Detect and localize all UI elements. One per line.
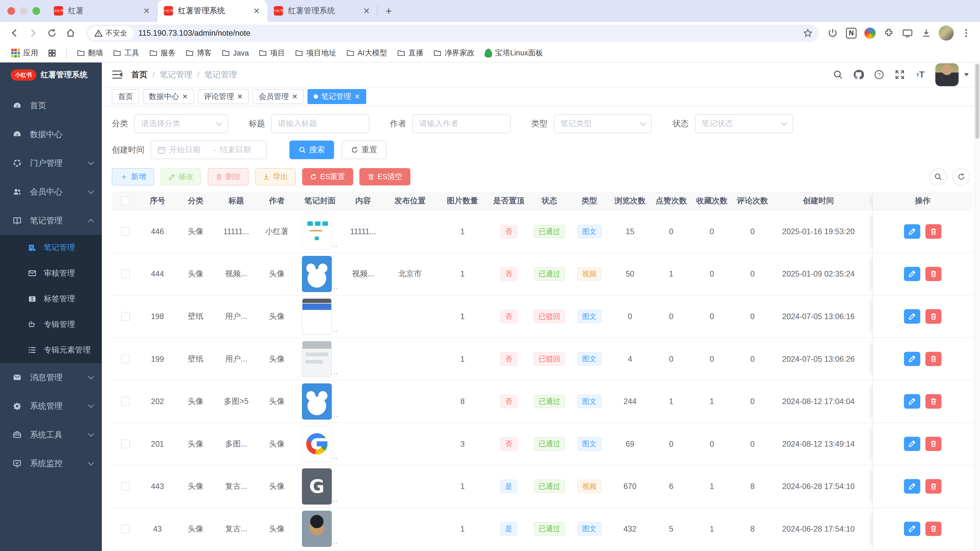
bookmark-item[interactable]: 宝塔Linux面板 (481, 46, 547, 60)
status-select[interactable]: 笔记状态 (695, 114, 793, 133)
bookmark-item[interactable]: Java (218, 47, 253, 59)
row-edit-button[interactable] (904, 267, 920, 281)
sidebar-item-系统工具[interactable]: 系统工具 (0, 421, 102, 449)
row-checkbox[interactable] (121, 397, 130, 406)
type-select[interactable]: 笔记类型 (554, 114, 652, 133)
cell-cover[interactable]: .. (297, 341, 343, 377)
close-tab-icon[interactable]: ✕ (252, 6, 261, 16)
sidebar-item-会员中心[interactable]: 会员中心 (0, 177, 102, 206)
date-range-input[interactable]: 开始日期 - 结束日期 (151, 141, 267, 159)
add-button[interactable]: ＋新增 (112, 168, 154, 186)
note-cover-image[interactable] (302, 341, 332, 377)
bookmark-item[interactable]: 项目 (255, 46, 289, 60)
row-edit-button[interactable] (904, 479, 920, 493)
back-icon[interactable] (6, 25, 22, 41)
row-delete-button[interactable] (925, 267, 942, 281)
download-icon[interactable] (920, 27, 932, 39)
note-cover-image[interactable]: G (302, 468, 332, 505)
browser-tab[interactable]: 小红书 红薯 ✕ (48, 0, 158, 22)
profile-sphere-icon[interactable] (864, 27, 877, 39)
row-delete-button[interactable] (925, 522, 942, 536)
sidebar-subitem-审核管理[interactable]: 审核管理 (0, 260, 102, 286)
sidebar-item-数据中心[interactable]: 数据中心 (0, 120, 102, 149)
view-tab-评论管理[interactable]: 评论管理✕ (198, 89, 249, 104)
sidebar-item-系统监控[interactable]: 系统监控 (0, 449, 102, 478)
minimize-window-button[interactable] (20, 7, 27, 14)
breadcrumb-home[interactable]: 首页 (131, 69, 148, 80)
note-cover-image[interactable] (302, 213, 332, 249)
row-delete-button[interactable] (925, 224, 942, 238)
cell-cover[interactable]: .. (297, 426, 343, 462)
font-size-icon[interactable]: тT (915, 69, 926, 80)
close-tab-icon[interactable]: ✕ (142, 6, 151, 16)
notion-extension-icon[interactable]: N (845, 27, 858, 39)
github-icon[interactable] (853, 69, 864, 80)
cell-cover[interactable]: .. (297, 298, 343, 334)
row-delete-button[interactable] (925, 352, 942, 366)
row-edit-button[interactable] (904, 309, 920, 324)
address-bar[interactable]: 不安全 115.190.73.103/admin/note/note (86, 24, 819, 42)
sidebar-item-系统管理[interactable]: 系统管理 (0, 392, 102, 421)
view-tab-笔记管理[interactable]: 笔记管理✕ (307, 89, 366, 104)
row-checkbox[interactable] (121, 482, 130, 491)
browser-tab[interactable]: 小红书 红薯管理系统 ✕ (267, 0, 377, 22)
row-checkbox[interactable] (121, 312, 130, 321)
cell-cover[interactable]: .. (297, 511, 343, 547)
sidebar-subitem-专辑元素管理[interactable]: 专辑元素管理 (0, 337, 102, 363)
delete-button[interactable]: 删除 (208, 168, 249, 186)
page-scrollbar[interactable] (974, 62, 980, 551)
new-tab-button[interactable]: + (380, 3, 398, 20)
row-delete-button[interactable] (925, 394, 942, 408)
table-search-toggle-icon[interactable] (929, 168, 947, 186)
export-button[interactable]: 导出 (255, 168, 296, 186)
breadcrumb-level1[interactable]: 笔记管理 (160, 69, 192, 80)
close-tab-icon[interactable]: ✕ (362, 6, 371, 16)
row-edit-button[interactable] (904, 394, 920, 408)
cell-cover[interactable]: .. (297, 213, 343, 249)
select-all-checkbox[interactable] (121, 197, 130, 205)
maximize-window-button[interactable] (32, 7, 40, 14)
view-tab-数据中心[interactable]: 数据中心✕ (143, 89, 194, 104)
cell-cover[interactable]: .. (297, 383, 343, 420)
sidebar-item-首页[interactable]: 首页 (0, 91, 102, 120)
cast-icon[interactable] (901, 27, 914, 39)
bookmark-item[interactable]: 工具 (109, 46, 143, 60)
note-cover-image[interactable] (302, 298, 332, 334)
bookmark-item[interactable]: 博客 (182, 46, 215, 60)
bookmark-item[interactable]: 净界家政 (430, 46, 478, 60)
category-select[interactable]: 请选择分类 (134, 114, 228, 133)
sidebar-item-笔记管理[interactable]: 笔记管理 (0, 206, 102, 235)
title-input[interactable]: 请输入标题 (271, 114, 369, 133)
row-checkbox[interactable] (121, 524, 130, 533)
sidebar-subitem-笔记管理[interactable]: 笔记管理 (0, 235, 102, 260)
bookmark-item[interactable]: 应用 (7, 46, 42, 60)
extensions-puzzle-icon[interactable] (883, 27, 895, 39)
cell-cover[interactable]: .. (297, 256, 343, 292)
view-tab-首页[interactable]: 首页 (112, 89, 139, 104)
help-icon[interactable]: ? (873, 69, 885, 80)
cell-cover[interactable]: G .. (297, 468, 343, 505)
table-refresh-icon[interactable] (953, 168, 970, 186)
es-clear-button[interactable]: ES清空 (360, 168, 410, 186)
sidebar-item-门户管理[interactable]: 门户管理 (0, 149, 102, 178)
note-cover-image[interactable] (302, 383, 332, 420)
close-view-tab-icon[interactable]: ✕ (237, 93, 243, 101)
sidebar-subitem-专辑管理[interactable]: 专辑管理 (0, 312, 102, 337)
bookmark-item[interactable]: AI大模型 (342, 46, 391, 60)
close-view-tab-icon[interactable]: ✕ (354, 93, 360, 101)
collapse-sidebar-icon[interactable] (112, 70, 123, 79)
row-delete-button[interactable] (925, 309, 942, 324)
user-avatar[interactable] (935, 63, 959, 86)
bookmark-item[interactable]: 翻墙 (73, 46, 107, 60)
close-view-tab-icon[interactable]: ✕ (182, 93, 188, 101)
es-reset-button[interactable]: ES重置 (302, 168, 353, 186)
browser-profile-avatar[interactable] (939, 25, 954, 41)
row-edit-button[interactable] (904, 437, 920, 451)
url-text[interactable]: 115.190.73.103/admin/note/note (138, 29, 798, 38)
row-delete-button[interactable] (925, 437, 942, 451)
search-icon[interactable] (832, 69, 843, 80)
row-checkbox[interactable] (121, 227, 130, 236)
browser-tab[interactable]: 小红书 红薯管理系统 ✕ (158, 0, 267, 22)
bookmark-item[interactable] (45, 47, 60, 59)
row-edit-button[interactable] (904, 352, 920, 366)
